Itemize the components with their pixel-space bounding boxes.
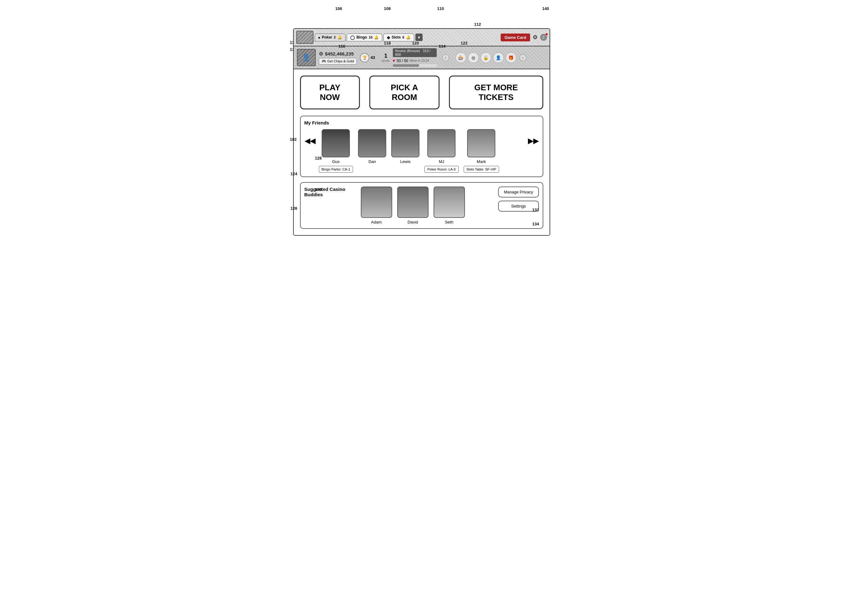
suggested-buddies-list: Adam David Seth: [361, 186, 492, 224]
friend-name-mj: MJ: [439, 159, 444, 164]
friend-avatar-dan[interactable]: [358, 129, 386, 157]
annotation-108: 108: [384, 6, 391, 11]
annotation-126: 126: [290, 206, 298, 211]
header-bar: ♠ Poker 2 🔔 ◯ Bingo 10 🔔 ◈ Slots 6 🔔 ▾ G…: [294, 29, 550, 46]
annotation-110: 110: [437, 6, 444, 11]
slots-icon: ◈: [387, 35, 390, 40]
tab-bingo-label: Bingo: [356, 35, 367, 40]
buddy-name-david: David: [408, 220, 418, 224]
tab-poker-label: Poker: [322, 35, 332, 40]
friends-prev-arrow[interactable]: ◀◀: [304, 135, 316, 147]
player-info: ⚙ $452,466,235 🎮 Get Chips & Gold: [319, 51, 357, 65]
tab-bingo[interactable]: ◯ Bingo 10 🔔: [347, 34, 382, 41]
user-initial: Z: [542, 36, 544, 39]
get-chips-label: Get Chips & Gold: [327, 59, 354, 63]
annotation-106: 106: [336, 6, 342, 11]
buddy-avatar-david[interactable]: [397, 186, 428, 218]
friend-item-mark: Mark Slots Table: SF-VIP: [464, 129, 499, 173]
quest-icon: 🏆: [360, 53, 369, 62]
tab-poker-badge: 2: [334, 35, 336, 39]
poker-icon: ♠: [318, 35, 320, 40]
annotation-112: 112: [474, 22, 481, 26]
xp-bar-fill: [393, 64, 419, 67]
friend-name-dan: Dan: [368, 159, 376, 164]
annotation-114: 114: [439, 44, 446, 48]
target-icon[interactable]: ◎: [468, 52, 479, 63]
tab-slots-badge: 6: [402, 35, 404, 39]
nav-right-arrow[interactable]: ›: [519, 54, 526, 61]
buddy-item-seth: Seth: [434, 186, 465, 224]
friend-item-gus: Gus Bingo Parlor: CA-1: [319, 129, 353, 173]
hearts-timer: More in 13:24: [410, 59, 429, 62]
friend-avatar-mj[interactable]: [427, 129, 456, 157]
annotation-124: 124: [290, 172, 298, 176]
manage-privacy-button[interactable]: Manage Privacy: [498, 186, 539, 198]
game-card-button[interactable]: Game Card: [501, 34, 530, 41]
buddy-name-adam: Adam: [371, 220, 382, 224]
annotation-120: 120: [412, 41, 419, 45]
annotation-130: 130: [315, 187, 322, 192]
heart-icon: ♥: [393, 58, 395, 63]
player-avatar: [297, 49, 316, 66]
level-info: Novice (Bronze) 313 / 800 ♥ 50 / 50 More…: [393, 48, 437, 67]
annotation-122: 122: [461, 41, 468, 45]
buddy-name-seth: Seth: [445, 220, 453, 224]
tab-slots-label: Slots: [391, 35, 401, 40]
tab-bingo-badge: 10: [369, 35, 372, 39]
gear-icon[interactable]: ⚙: [533, 34, 538, 41]
friend-location-mark: Slots Table: SF-VIP: [464, 166, 499, 173]
buddy-avatar-seth[interactable]: [434, 186, 465, 218]
buddy-item-david: David: [397, 186, 428, 224]
get-more-tickets-button[interactable]: GET MORE TICKETS: [449, 76, 543, 109]
annotation-118: 118: [384, 41, 391, 45]
friend-name-lewis: Lewis: [400, 159, 411, 164]
user-avatar-icon[interactable]: Z: [540, 34, 547, 41]
friend-item-dan: Dan: [358, 129, 386, 173]
rank-bar: Novice (Bronze) 313 / 800: [393, 48, 437, 57]
bell-icon-slots: 🔔: [406, 35, 411, 40]
pick-a-room-button[interactable]: PICK A ROOM: [369, 76, 440, 109]
tab-slots[interactable]: ◈ Slots 6 🔔: [383, 34, 414, 41]
level-text: LEVEL: [381, 59, 390, 62]
quest-count: 43: [371, 55, 375, 60]
quest-section: 🏆 43: [360, 53, 375, 62]
chips-icon: ⚙: [319, 51, 323, 57]
nav-left-arrow[interactable]: ‹: [442, 54, 449, 61]
tab-poker[interactable]: ♠ Poker 2 🔔: [315, 34, 346, 41]
bell-icon-poker: 🔔: [337, 35, 342, 40]
play-now-button[interactable]: PLAY NOW: [300, 76, 360, 109]
friend-name-gus: Gus: [332, 159, 340, 164]
chips-amount: $452,466,235: [325, 51, 354, 56]
annotation-128: 128: [315, 156, 322, 160]
friends-section: My Friends ◀◀ Gus Bingo Parlor: CA-1: [300, 116, 543, 177]
friends-title: My Friends: [304, 120, 539, 125]
lock-icon[interactable]: 🔒: [481, 52, 491, 63]
annotation-132: 132: [532, 208, 539, 212]
friend-avatar-lewis[interactable]: [391, 129, 419, 157]
get-chips-button[interactable]: 🎮 Get Chips & Gold: [319, 58, 357, 65]
friends-list: Gus Bingo Parlor: CA-1 Dan Lewis: [319, 129, 525, 173]
level-section: 1 LEVEL Novice (Bronze) 313 / 800 ♥ 50 /…: [381, 48, 437, 67]
suggested-left: Suggested Casino Buddies: [304, 186, 355, 201]
rank-label: Novice (Bronze): [395, 49, 420, 53]
chips-btn-icon: 🎮: [322, 59, 326, 63]
friend-item-mj: MJ Poker Room: LA-5: [424, 129, 458, 173]
profile-icon[interactable]: 👤: [493, 52, 504, 63]
friend-location-gus: Bingo Parlor: CA-1: [319, 166, 353, 173]
tabs-dropdown-button[interactable]: ▾: [415, 34, 422, 41]
friends-next-arrow[interactable]: ▶▶: [528, 135, 539, 147]
annotation-116: 116: [339, 44, 346, 48]
xp-bar-container: [393, 64, 437, 67]
gift-icon[interactable]: 🎁: [506, 52, 516, 63]
bingo-icon: ◯: [350, 35, 355, 40]
buddy-avatar-adam[interactable]: [361, 186, 392, 218]
friends-row: ◀◀ Gus Bingo Parlor: CA-1 Dan: [304, 129, 539, 173]
friend-avatar-gus[interactable]: [322, 129, 350, 157]
casino-icon[interactable]: 🎰: [456, 52, 466, 63]
header-right: Game Card ⚙ Z: [501, 34, 547, 41]
annotation-140: 140: [542, 6, 549, 11]
suggested-section: Suggested Casino Buddies Adam David: [300, 182, 543, 229]
hearts-label: 50 / 50: [397, 59, 408, 63]
friend-avatar-mark[interactable]: [467, 129, 496, 157]
icon-strip: 🎰 ◎ 🔒 👤 🎁: [456, 52, 516, 63]
